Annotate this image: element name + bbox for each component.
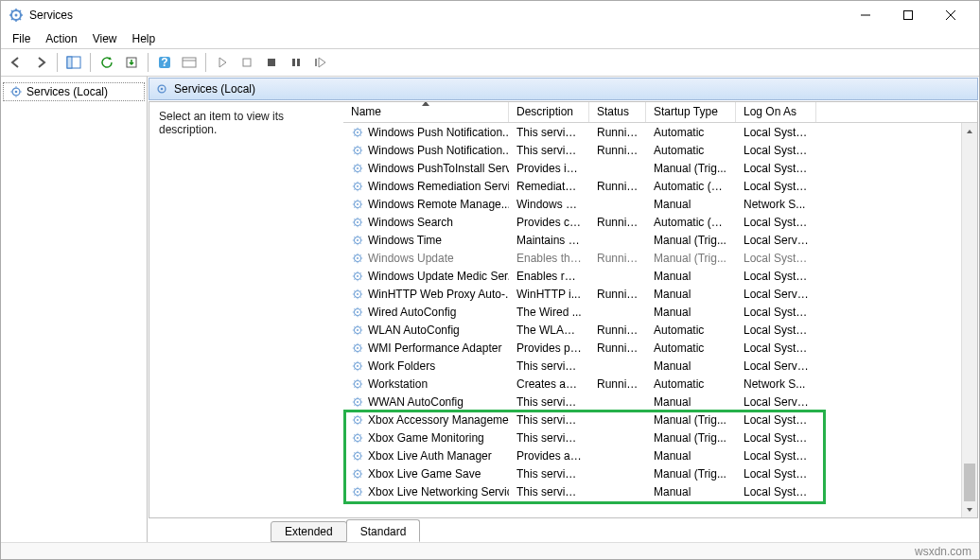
column-log-on-as[interactable]: Log On As	[736, 102, 816, 122]
service-startup-type: Manual	[646, 197, 736, 212]
svg-line-112	[354, 260, 355, 261]
svg-line-203	[360, 416, 361, 417]
restart-button[interactable]	[309, 51, 332, 74]
service-row[interactable]: Xbox Live Game SaveThis service ...Manua…	[343, 464, 977, 482]
menu-help[interactable]: Help	[125, 30, 164, 47]
service-row[interactable]: Wired AutoConfigThe Wired ...ManualLocal…	[343, 303, 977, 321]
service-startup-type: Manual	[646, 484, 736, 499]
service-row[interactable]: WMI Performance AdapterProvides pe...Run…	[343, 339, 977, 357]
service-row[interactable]: Windows Update Medic Ser...Enables rem..…	[343, 267, 977, 285]
pause-button[interactable]	[285, 51, 307, 74]
svg-line-173	[360, 362, 361, 363]
svg-line-73	[360, 183, 361, 184]
scroll-down-button[interactable]	[962, 501, 977, 517]
service-description: Provides pe...	[509, 341, 589, 356]
refresh-button[interactable]	[96, 51, 118, 74]
service-row[interactable]: WinHTTP Web Proxy Auto-...WinHTTP i...Ru…	[343, 285, 977, 303]
service-status: Running	[589, 287, 646, 302]
service-status: Running	[589, 179, 646, 194]
export-list-button[interactable]	[120, 51, 143, 74]
service-description: Provides inf...	[509, 161, 589, 176]
service-startup-type: Manual	[646, 359, 736, 374]
tree-pane: Services (Local)	[1, 77, 148, 542]
service-row[interactable]: Xbox Live Auth ManagerProvides au...Manu…	[343, 446, 977, 464]
svg-rect-25	[315, 59, 317, 66]
svg-line-53	[360, 147, 361, 148]
menu-action[interactable]: Action	[38, 30, 84, 47]
service-description: Windows R...	[509, 197, 589, 212]
svg-line-140	[354, 308, 355, 309]
forward-button[interactable]	[29, 51, 52, 74]
svg-point-235	[357, 490, 359, 492]
service-status	[589, 275, 646, 277]
svg-line-170	[354, 362, 355, 363]
service-row[interactable]: Windows PushToInstall Serv...Provides in…	[343, 159, 977, 177]
scroll-up-button[interactable]	[962, 123, 977, 139]
service-logon-as: Local Syste...	[736, 179, 816, 194]
column-startup-type[interactable]: Startup Type	[646, 102, 736, 122]
service-row[interactable]: Windows Push Notification...This service…	[343, 141, 977, 159]
detail-header: Services (Local)	[149, 78, 978, 100]
service-row[interactable]: WWAN AutoConfigThis service ...ManualLoc…	[343, 393, 977, 411]
column-description[interactable]: Description	[509, 102, 589, 122]
svg-point-125	[357, 292, 359, 294]
service-row[interactable]: Xbox Game MonitoringThis service ...Manu…	[343, 429, 977, 446]
service-row[interactable]: Xbox Accessory Manageme...This service .…	[343, 411, 977, 429]
svg-line-183	[360, 380, 361, 381]
service-startup-type: Automatic (D...	[646, 215, 736, 230]
tree-root-services-local[interactable]: Services (Local)	[3, 82, 145, 101]
svg-line-102	[354, 242, 355, 243]
column-status[interactable]: Status	[589, 102, 646, 122]
svg-line-243	[360, 488, 361, 489]
toolbar: ?	[1, 49, 979, 76]
gear-icon	[351, 198, 364, 211]
service-row[interactable]: Windows UpdateEnables the ...RunningManu…	[343, 249, 977, 267]
service-row[interactable]: Windows TimeMaintains d...Manual (Trig..…	[343, 231, 977, 249]
start-service-button[interactable]	[211, 51, 234, 74]
svg-line-123	[360, 272, 361, 273]
stop-service-button[interactable]	[236, 51, 258, 74]
svg-line-9	[20, 10, 22, 12]
svg-line-200	[354, 416, 355, 417]
service-row[interactable]: Windows SearchProvides co...RunningAutom…	[343, 213, 977, 231]
column-name[interactable]: Name	[343, 102, 509, 122]
svg-line-220	[354, 452, 355, 453]
service-name: Windows Push Notification...	[368, 144, 509, 157]
service-name: Windows Remediation Servi...	[368, 180, 509, 193]
tab-standard[interactable]: Standard	[346, 519, 421, 542]
service-name: Windows Update Medic Ser...	[368, 270, 509, 283]
properties-button[interactable]	[178, 51, 201, 74]
service-row[interactable]: Windows Remediation Servi...Remediates .…	[343, 177, 977, 195]
stop-button[interactable]	[260, 51, 283, 74]
menu-view[interactable]: View	[85, 30, 125, 47]
service-status	[589, 401, 646, 403]
service-row[interactable]: WLAN AutoConfigThe WLANS...RunningAutoma…	[343, 321, 977, 339]
back-button[interactable]	[5, 51, 27, 74]
svg-point-215	[357, 454, 359, 456]
service-row[interactable]: Work FoldersThis service ...ManualLocal …	[343, 357, 977, 375]
column-headers: Name Description Status Startup Type Log…	[343, 102, 977, 123]
service-row[interactable]: WorkstationCreates and...RunningAutomati…	[343, 375, 977, 393]
vertical-scrollbar[interactable]	[961, 123, 977, 517]
service-logon-as: Local Service	[736, 394, 816, 410]
scroll-thumb[interactable]	[964, 464, 975, 501]
service-row[interactable]: Windows Push Notification...This service…	[343, 123, 977, 141]
svg-line-233	[360, 470, 361, 471]
help-button[interactable]: ?	[153, 51, 176, 74]
menu-file[interactable]: File	[5, 30, 38, 47]
maximize-button[interactable]	[886, 1, 929, 29]
close-button[interactable]	[929, 1, 971, 29]
svg-line-81	[360, 206, 361, 207]
minimize-button[interactable]	[844, 1, 886, 29]
service-row[interactable]: Windows Remote Manage...Windows R...Manu…	[343, 195, 977, 213]
service-logon-as: Local Syste...	[736, 215, 816, 230]
svg-point-35	[357, 131, 359, 132]
show-hide-tree-button[interactable]	[62, 51, 85, 74]
svg-point-85	[357, 220, 359, 222]
service-description: The WLANS...	[509, 323, 589, 338]
service-description: This service ...	[509, 143, 589, 158]
tab-extended[interactable]: Extended	[271, 521, 347, 542]
gear-icon	[351, 324, 364, 337]
service-row[interactable]: Xbox Live Networking ServiceThis service…	[343, 482, 977, 500]
svg-line-51	[360, 152, 361, 153]
